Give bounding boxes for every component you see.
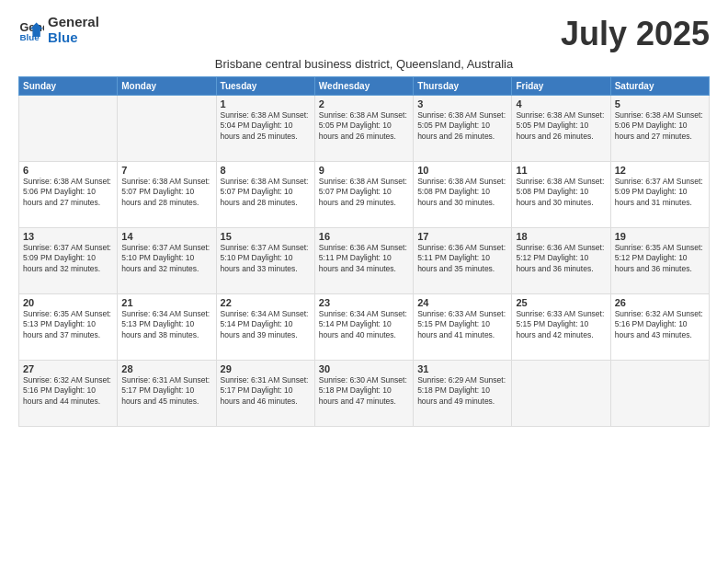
day-cell: 3Sunrise: 6:38 AM Sunset: 5:05 PM Daylig… xyxy=(414,96,512,162)
day-cell: 16Sunrise: 6:36 AM Sunset: 5:11 PM Dayli… xyxy=(314,228,413,294)
day-info: Sunrise: 6:35 AM Sunset: 5:12 PM Dayligh… xyxy=(615,243,705,274)
day-number: 17 xyxy=(417,231,507,242)
day-info: Sunrise: 6:36 AM Sunset: 5:12 PM Dayligh… xyxy=(516,243,606,274)
day-info: Sunrise: 6:30 AM Sunset: 5:18 PM Dayligh… xyxy=(319,375,409,407)
day-number: 27 xyxy=(23,363,113,374)
day-cell xyxy=(512,361,610,427)
day-number: 4 xyxy=(516,98,606,109)
day-cell: 4Sunrise: 6:38 AM Sunset: 5:05 PM Daylig… xyxy=(512,96,610,162)
day-number: 21 xyxy=(121,297,211,308)
day-number: 16 xyxy=(319,231,409,242)
day-cell: 23Sunrise: 6:34 AM Sunset: 5:14 PM Dayli… xyxy=(314,294,413,361)
day-info: Sunrise: 6:37 AM Sunset: 5:09 PM Dayligh… xyxy=(615,177,705,208)
day-info: Sunrise: 6:38 AM Sunset: 5:06 PM Dayligh… xyxy=(615,110,705,142)
day-cell: 14Sunrise: 6:37 AM Sunset: 5:10 PM Dayli… xyxy=(118,228,216,294)
day-cell: 17Sunrise: 6:36 AM Sunset: 5:11 PM Dayli… xyxy=(414,228,512,294)
subtitle: Brisbane central business district, Quee… xyxy=(18,57,710,71)
day-cell: 12Sunrise: 6:37 AM Sunset: 5:09 PM Dayli… xyxy=(610,162,709,228)
header-row-days: Sunday Monday Tuesday Wednesday Thursday… xyxy=(19,77,710,96)
day-info: Sunrise: 6:38 AM Sunset: 5:08 PM Dayligh… xyxy=(516,177,606,208)
calendar-body: 1Sunrise: 6:38 AM Sunset: 5:04 PM Daylig… xyxy=(19,96,710,427)
day-info: Sunrise: 6:36 AM Sunset: 5:11 PM Dayligh… xyxy=(417,243,507,274)
day-info: Sunrise: 6:37 AM Sunset: 5:10 PM Dayligh… xyxy=(121,243,211,274)
day-cell: 20Sunrise: 6:35 AM Sunset: 5:13 PM Dayli… xyxy=(19,294,118,361)
day-cell: 7Sunrise: 6:38 AM Sunset: 5:07 PM Daylig… xyxy=(118,162,216,228)
day-cell: 28Sunrise: 6:31 AM Sunset: 5:17 PM Dayli… xyxy=(118,361,216,427)
day-info: Sunrise: 6:38 AM Sunset: 5:07 PM Dayligh… xyxy=(221,177,311,208)
day-info: Sunrise: 6:38 AM Sunset: 5:06 PM Dayligh… xyxy=(23,177,113,208)
day-number: 24 xyxy=(417,297,507,308)
day-info: Sunrise: 6:37 AM Sunset: 5:09 PM Dayligh… xyxy=(23,243,113,274)
day-cell: 9Sunrise: 6:38 AM Sunset: 5:07 PM Daylig… xyxy=(314,162,413,228)
day-number: 2 xyxy=(319,98,409,109)
day-number: 9 xyxy=(319,165,409,176)
day-number: 19 xyxy=(615,231,705,242)
col-wednesday: Wednesday xyxy=(314,77,413,96)
day-info: Sunrise: 6:38 AM Sunset: 5:08 PM Dayligh… xyxy=(417,177,507,208)
logo: General Blue General Blue xyxy=(18,15,99,45)
week-row-4: 20Sunrise: 6:35 AM Sunset: 5:13 PM Dayli… xyxy=(19,294,710,361)
day-number: 30 xyxy=(319,363,409,374)
day-info: Sunrise: 6:29 AM Sunset: 5:18 PM Dayligh… xyxy=(417,375,507,407)
month-title: July 2025 xyxy=(561,15,710,53)
day-number: 1 xyxy=(221,98,311,109)
day-cell: 5Sunrise: 6:38 AM Sunset: 5:06 PM Daylig… xyxy=(610,96,709,162)
day-info: Sunrise: 6:32 AM Sunset: 5:16 PM Dayligh… xyxy=(615,309,705,340)
day-cell: 22Sunrise: 6:34 AM Sunset: 5:14 PM Dayli… xyxy=(216,294,314,361)
day-number: 31 xyxy=(417,363,507,374)
day-number: 12 xyxy=(615,165,705,176)
day-number: 13 xyxy=(23,231,113,242)
day-number: 5 xyxy=(615,98,705,109)
day-number: 8 xyxy=(221,165,311,176)
week-row-1: 1Sunrise: 6:38 AM Sunset: 5:04 PM Daylig… xyxy=(19,96,710,162)
day-info: Sunrise: 6:38 AM Sunset: 5:07 PM Dayligh… xyxy=(319,177,409,208)
day-info: Sunrise: 6:32 AM Sunset: 5:16 PM Dayligh… xyxy=(23,375,113,407)
day-cell: 2Sunrise: 6:38 AM Sunset: 5:05 PM Daylig… xyxy=(314,96,413,162)
day-info: Sunrise: 6:33 AM Sunset: 5:15 PM Dayligh… xyxy=(516,309,606,340)
day-number: 20 xyxy=(23,297,113,308)
day-info: Sunrise: 6:37 AM Sunset: 5:10 PM Dayligh… xyxy=(221,243,311,274)
day-number: 3 xyxy=(417,98,507,109)
logo-line2: Blue xyxy=(48,30,99,46)
day-info: Sunrise: 6:38 AM Sunset: 5:05 PM Dayligh… xyxy=(319,110,409,142)
logo-line1: General xyxy=(48,15,99,30)
day-info: Sunrise: 6:36 AM Sunset: 5:11 PM Dayligh… xyxy=(319,243,409,274)
day-cell: 15Sunrise: 6:37 AM Sunset: 5:10 PM Dayli… xyxy=(216,228,314,294)
day-cell: 19Sunrise: 6:35 AM Sunset: 5:12 PM Dayli… xyxy=(610,228,709,294)
col-thursday: Thursday xyxy=(414,77,512,96)
day-cell: 10Sunrise: 6:38 AM Sunset: 5:08 PM Dayli… xyxy=(414,162,512,228)
day-info: Sunrise: 6:34 AM Sunset: 5:14 PM Dayligh… xyxy=(319,309,409,340)
day-info: Sunrise: 6:34 AM Sunset: 5:14 PM Dayligh… xyxy=(221,309,311,340)
logo-icon: General Blue xyxy=(18,17,44,43)
day-info: Sunrise: 6:31 AM Sunset: 5:17 PM Dayligh… xyxy=(221,375,311,407)
day-cell: 18Sunrise: 6:36 AM Sunset: 5:12 PM Dayli… xyxy=(512,228,610,294)
col-sunday: Sunday xyxy=(19,77,118,96)
week-row-2: 6Sunrise: 6:38 AM Sunset: 5:06 PM Daylig… xyxy=(19,162,710,228)
day-number: 18 xyxy=(516,231,606,242)
day-number: 15 xyxy=(221,231,311,242)
day-cell xyxy=(19,96,118,162)
day-cell: 11Sunrise: 6:38 AM Sunset: 5:08 PM Dayli… xyxy=(512,162,610,228)
day-number: 23 xyxy=(319,297,409,308)
col-monday: Monday xyxy=(118,77,216,96)
day-cell: 8Sunrise: 6:38 AM Sunset: 5:07 PM Daylig… xyxy=(216,162,314,228)
day-info: Sunrise: 6:34 AM Sunset: 5:13 PM Dayligh… xyxy=(121,309,211,340)
day-number: 29 xyxy=(221,363,311,374)
day-number: 25 xyxy=(516,297,606,308)
day-info: Sunrise: 6:38 AM Sunset: 5:05 PM Dayligh… xyxy=(417,110,507,142)
day-info: Sunrise: 6:31 AM Sunset: 5:17 PM Dayligh… xyxy=(121,375,211,407)
day-cell: 31Sunrise: 6:29 AM Sunset: 5:18 PM Dayli… xyxy=(414,361,512,427)
week-row-3: 13Sunrise: 6:37 AM Sunset: 5:09 PM Dayli… xyxy=(19,228,710,294)
day-number: 7 xyxy=(121,165,211,176)
day-number: 26 xyxy=(615,297,705,308)
day-info: Sunrise: 6:38 AM Sunset: 5:07 PM Dayligh… xyxy=(121,177,211,208)
day-number: 14 xyxy=(121,231,211,242)
day-number: 10 xyxy=(417,165,507,176)
day-info: Sunrise: 6:35 AM Sunset: 5:13 PM Dayligh… xyxy=(23,309,113,340)
day-info: Sunrise: 6:38 AM Sunset: 5:04 PM Dayligh… xyxy=(221,110,311,142)
day-cell xyxy=(610,361,709,427)
col-tuesday: Tuesday xyxy=(216,77,314,96)
day-number: 6 xyxy=(23,165,113,176)
col-friday: Friday xyxy=(512,77,610,96)
day-number: 28 xyxy=(121,363,211,374)
